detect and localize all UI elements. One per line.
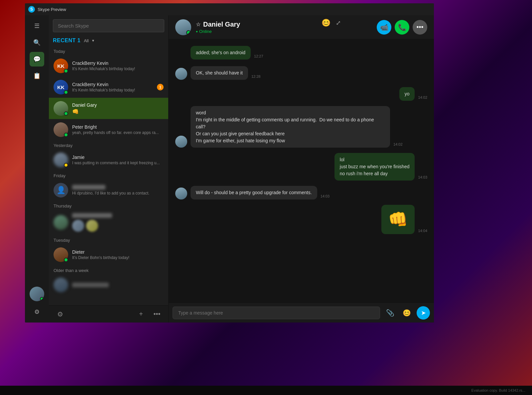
app-logo: S (28, 6, 35, 13)
message-row: lol just buzz me when you're finished no… (175, 153, 427, 181)
contact-item[interactable] (49, 210, 168, 235)
avatar-status (64, 69, 68, 73)
avatar-image (175, 68, 187, 80)
attachment-button[interactable]: 📎 (383, 306, 397, 320)
spacer (175, 103, 427, 104)
message-time: 12:27 (254, 54, 263, 58)
sender-avatar (175, 188, 187, 199)
contact-item[interactable]: Jamie I was putting in comments and it k… (49, 149, 168, 171)
more-options-button[interactable]: ••• (413, 20, 427, 35)
app-body: ☰ 🔍 💬 📋 ⚙ (25, 15, 434, 323)
contact-item[interactable]: KK CrackBerry Kevin It's Kevin Michaluk'… (49, 55, 168, 76)
settings-button[interactable]: ⚙ (30, 305, 44, 319)
message-bubble: added; she's on android (191, 46, 251, 60)
message-bubble: lol just buzz me when you're finished no… (334, 153, 415, 181)
nav-contacts-button[interactable]: 📋 (30, 68, 44, 83)
contact-info: CrackBerry Kevin It's Kevin Michaluk's b… (72, 82, 157, 92)
message-time: 14:03 (418, 175, 427, 179)
emoji-button[interactable]: 😊 (322, 19, 331, 27)
more-button[interactable]: ••• (151, 308, 163, 320)
expand-button[interactable]: ⤢ (336, 19, 341, 27)
app-title: Skype Preview (38, 7, 66, 12)
contact-info (72, 213, 164, 232)
avatar-image (54, 278, 68, 292)
search-area (49, 15, 168, 35)
emoji-picker-button[interactable]: 😊 (400, 306, 413, 320)
contact-info: Dieter It's Dieter Bohn's birthday today… (72, 249, 164, 260)
avatar-image (54, 215, 68, 230)
voice-call-button[interactable]: 📞 (395, 20, 409, 35)
contact-info: CrackBerry Kevin It's Kevin Michaluk's b… (72, 61, 164, 71)
contact-item[interactable]: Peter Bright yeah, pretty hands off so f… (49, 119, 168, 140)
contact-list: Today KK CrackBerry Kevin It's Kevin Mic… (49, 46, 168, 305)
message-bubble: yo (399, 87, 415, 101)
contact-avatar (54, 247, 68, 262)
send-button[interactable]: ➤ (417, 306, 430, 320)
contact-info: Jamie I was putting in comments and it k… (72, 155, 164, 165)
chat-icon: 💬 (33, 56, 41, 63)
settings-button[interactable]: ⚙ (54, 308, 66, 320)
contact-avatar (54, 101, 68, 116)
message-row: yo 14:02 (175, 87, 427, 101)
section-today: Today (49, 46, 168, 55)
message-time: 14:03 (321, 194, 330, 198)
search-input[interactable] (53, 19, 164, 32)
avatar-status (64, 90, 68, 94)
status-bar: Evaluation copy. Build 14342.rs... (0, 386, 532, 395)
contact-item[interactable]: Dieter It's Dieter Bohn's birthday today… (49, 244, 168, 265)
emoji-icon: 😊 (403, 309, 411, 317)
contact-name: Peter Bright (72, 124, 164, 130)
contact-item[interactable]: KK CrackBerry Kevin It's Kevin Michaluk'… (49, 76, 168, 98)
contact-name (72, 283, 109, 287)
video-icon: 📹 (380, 23, 388, 31)
contact-avatar (54, 153, 68, 167)
contact-item[interactable]: 👤 Hi dprubino, I'd like to add you as a … (49, 180, 168, 201)
more-icon: ••• (153, 310, 160, 318)
menu-icon: ☰ (34, 22, 40, 30)
contact-info (72, 283, 164, 287)
message-bubble: word I'm right in the middle of getting … (191, 106, 390, 148)
contact-meta: 1 (157, 84, 164, 90)
section-yesterday: Yesterday (49, 140, 168, 149)
avatar-image (175, 188, 187, 199)
top-controls: 😊 ⤢ (322, 19, 341, 27)
star-icon[interactable]: ☆ (196, 21, 200, 28)
contact-name: CrackBerry Kevin (72, 61, 164, 66)
contact-preview: 👊 (72, 108, 164, 115)
settings-icon: ⚙ (34, 308, 40, 316)
chat-contact-status: ● Online (196, 29, 377, 34)
contact-name: Jamie (72, 155, 164, 160)
input-area: 📎 😊 ➤ (169, 303, 434, 323)
unread-badge: 1 (157, 84, 164, 90)
contact-preview: yeah, pretty hands off so far. even core… (72, 130, 164, 135)
video-call-button[interactable]: 📹 (377, 20, 391, 35)
chat-header-avatar (175, 19, 191, 35)
contact-avatar: KK (54, 59, 68, 73)
message-time: 12:28 (251, 74, 261, 78)
contact-preview: It's Dieter Bohn's birthday today! (72, 255, 164, 260)
nav-search-button[interactable]: 🔍 (30, 35, 44, 50)
avatar-image (175, 136, 187, 148)
contact-preview: I was putting in comments and it kept fr… (72, 161, 164, 165)
contact-item-active[interactable]: Daniel Gary 👊 (49, 98, 168, 119)
menu-button[interactable]: ☰ (30, 19, 44, 33)
chat-header: ☆ Daniel Gary ● Online 😊 ⤢ 📹 (169, 15, 434, 39)
nav-chat-button[interactable]: 💬 (30, 52, 44, 66)
filter-dropdown-icon[interactable]: ▾ (92, 38, 94, 43)
add-contact-button[interactable]: + (135, 308, 147, 320)
filter-label[interactable]: All (84, 38, 88, 43)
user-online-status (40, 297, 44, 301)
message-bubble: OK, she should have it (191, 66, 248, 80)
contact-avatar (54, 122, 68, 137)
message-input[interactable] (173, 307, 380, 319)
sender-avatar (175, 68, 187, 80)
contact-name: Daniel Gary (72, 102, 164, 108)
add-icon: + (139, 310, 143, 318)
message-bubble: 👊 (381, 205, 415, 234)
section-older: Older than a week (49, 265, 168, 274)
contact-avatar (54, 215, 68, 230)
contact-item[interactable] (49, 274, 168, 296)
status-text: Evaluation copy. Build 14342.rs... (471, 388, 525, 392)
user-avatar[interactable] (30, 287, 44, 301)
sidebar: RECENT 1 All ▾ Today KK CrackBerry Kevin… (49, 15, 169, 323)
